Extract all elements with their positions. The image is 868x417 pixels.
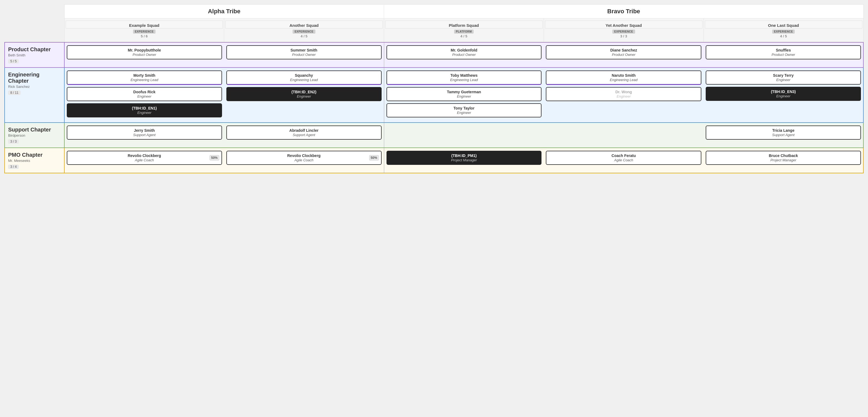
member-card[interactable]: Naruto Smith Engineering Lead	[546, 70, 701, 85]
member-card[interactable]: (TBH:ID_PM1) Project Manager	[386, 151, 542, 165]
chapter-lead-pmo: Mr. Meeseeks	[8, 159, 61, 163]
squad-type-example: EXPERIENCE	[133, 30, 156, 34]
tribe-header-row: Alpha Tribe Bravo Tribe	[5, 5, 863, 19]
squad-name-platform: Platform Squad	[385, 21, 542, 29]
member-card[interactable]: Tony Taylor Engineer	[386, 103, 542, 117]
member-col-pmo-2: (TBH:ID_PM1) Project Manager	[384, 148, 544, 173]
chapter-row-engineering: Engineering Chapter Rick Sanchez 8 / 11 …	[5, 68, 863, 123]
member-role: Engineering Lead	[290, 78, 318, 82]
member-card[interactable]: Bruce Chutback Project Manager	[706, 151, 861, 165]
chapter-count-support: 3 / 3	[8, 139, 19, 144]
member-role: Project Manager	[451, 158, 477, 162]
member-role: Agile Coach	[614, 158, 633, 162]
member-card[interactable]: Revolio Clockberg Agile Coach50%	[226, 151, 382, 165]
squad-name-another: Another Squad	[225, 21, 383, 29]
member-name: (TBH:ID_EN1)	[70, 106, 218, 110]
chapter-lead-product: Beth Smith	[8, 53, 61, 57]
member-card[interactable]: Toby Matthews Engineering Lead	[386, 70, 542, 85]
member-role: Support Agent	[133, 133, 156, 137]
squad-type-one-last: EXPERIENCE	[772, 30, 795, 34]
member-role: Engineer	[457, 94, 471, 98]
squad-type-platform: PLATFORM	[454, 30, 474, 34]
member-name: Coach Feratu	[550, 153, 698, 158]
empty-squad-header	[5, 19, 64, 42]
member-card[interactable]: Morty Smith Engineering Lead	[67, 70, 222, 85]
member-role: Support Agent	[772, 133, 795, 137]
percent-badge: 50%	[369, 155, 379, 161]
member-card[interactable]: Summer Smith Product Owner	[226, 45, 382, 59]
member-role: Engineer	[457, 111, 471, 115]
member-card[interactable]: Jerry Smith Support Agent	[67, 126, 222, 140]
bravo-tribe-header: Bravo Tribe	[384, 5, 863, 19]
chapter-name-support: Support Chapter	[8, 127, 61, 133]
chapter-row-pmo: PMO Chapter Mr. Meeseeks 3 / 4 Revolio C…	[5, 148, 863, 173]
member-col-engineering-0: Morty Smith Engineering LeadDoofus Rick …	[64, 68, 224, 123]
member-col-support-4: Tricia Lange Support Agent	[704, 123, 863, 148]
member-card[interactable]: Tricia Lange Support Agent	[706, 126, 861, 140]
member-role: Engineer	[137, 94, 151, 98]
member-card[interactable]: (TBH:ID_EN3) Engineer	[706, 87, 861, 101]
member-role: Agile Coach	[294, 158, 313, 162]
squad-yet-another: Yet Another Squad EXPERIENCE 3 / 3	[544, 19, 704, 42]
member-col-engineering-1: Squanchy Engineering Lead(TBH:ID_EN2) En…	[224, 68, 384, 123]
chapter-lead-support: Birdperson	[8, 133, 61, 137]
squad-count-yet-another: 3 / 3	[545, 34, 703, 40]
main-container: Alpha Tribe Bravo Tribe Example Squad EX…	[0, 0, 868, 178]
member-name: Summer Smith	[230, 48, 378, 52]
member-card[interactable]: Coach Feratu Agile Coach	[546, 151, 701, 165]
chapter-cell-engineering: Engineering Chapter Rick Sanchez 8 / 11	[5, 68, 64, 123]
member-role: Project Manager	[770, 158, 796, 162]
member-card[interactable]: (TBH:ID_EN2) Engineer	[226, 87, 382, 101]
member-name: Revolio Clockberg	[70, 153, 218, 158]
member-name: Jerry Smith	[70, 128, 218, 133]
chapter-cell-support: Support Chapter Birdperson 3 / 3	[5, 123, 64, 148]
member-col-pmo-0: Revolio Clockberg Agile Coach50%	[64, 148, 224, 173]
member-card[interactable]: Mr. Poopybutthole Product Owner	[67, 45, 222, 59]
member-name: Naruto Smith	[550, 73, 698, 77]
chapter-name-pmo: PMO Chapter	[8, 152, 61, 158]
member-col-support-3	[544, 123, 704, 148]
squad-name-one-last: One Last Squad	[705, 21, 862, 29]
member-col-engineering-3: Naruto Smith Engineering LeadDr. Wong En…	[544, 68, 704, 123]
member-name: Dr. Wong	[550, 90, 698, 94]
member-col-support-0: Jerry Smith Support Agent	[64, 123, 224, 148]
alpha-tribe-header: Alpha Tribe	[64, 5, 384, 19]
member-card[interactable]: Tammy Gueterman Engineer	[386, 87, 542, 101]
chapter-name-product: Product Chapter	[8, 46, 61, 53]
member-role: Engineer	[776, 78, 790, 82]
member-col-product-2: Mr. Goldenfold Product Owner	[384, 42, 544, 68]
member-card[interactable]: Revolio Clockberg Agile Coach50%	[67, 151, 222, 165]
member-col-product-1: Summer Smith Product Owner	[224, 42, 384, 68]
chapter-row-product: Product Chapter Beth Smith 5 / 5 Mr. Poo…	[5, 42, 863, 68]
member-col-product-0: Mr. Poopybutthole Product Owner	[64, 42, 224, 68]
chapter-count-engineering: 8 / 11	[8, 91, 21, 95]
member-card[interactable]: Doofus Rick Engineer	[67, 87, 222, 101]
chapter-name-engineering: Engineering Chapter	[8, 72, 61, 84]
member-name: Diane Sanchez	[550, 48, 698, 52]
chapter-count-pmo: 3 / 4	[8, 165, 19, 169]
member-name: (TBH:ID_PM1)	[390, 153, 538, 158]
squad-count-one-last: 4 / 5	[705, 34, 862, 40]
member-role: Engineer	[137, 111, 151, 115]
member-card[interactable]: Scary Terry Engineer	[706, 70, 861, 84]
member-name: Snuffles	[710, 48, 857, 52]
member-card[interactable]: Snuffles Product Owner	[706, 45, 861, 59]
member-role: Product Owner	[292, 53, 316, 57]
member-card[interactable]: Mr. Goldenfold Product Owner	[386, 45, 542, 59]
member-role: Product Owner	[133, 53, 156, 57]
member-role: Engineering Lead	[130, 78, 158, 82]
member-role: Engineer	[297, 94, 311, 98]
member-card[interactable]: Dr. Wong Engineer	[546, 87, 701, 101]
member-col-engineering-4: Scary Terry Engineer(TBH:ID_EN3) Enginee…	[704, 68, 863, 123]
member-role: Engineering Lead	[610, 78, 638, 82]
squad-count-another: 4 / 5	[225, 34, 383, 40]
member-col-product-4: Snuffles Product Owner	[704, 42, 863, 68]
squad-type-yet-another: EXPERIENCE	[612, 30, 635, 34]
member-name: Abradolf Lincler	[230, 128, 378, 133]
member-card[interactable]: (TBH:ID_EN1) Engineer	[67, 103, 222, 117]
member-card[interactable]: Diane Sanchez Product Owner	[546, 45, 701, 59]
member-card[interactable]: Abradolf Lincler Support Agent	[226, 126, 382, 140]
chapter-count-product: 5 / 5	[8, 59, 19, 64]
member-card[interactable]: Squanchy Engineering Lead	[226, 70, 382, 85]
chapter-lead-engineering: Rick Sanchez	[8, 84, 61, 89]
